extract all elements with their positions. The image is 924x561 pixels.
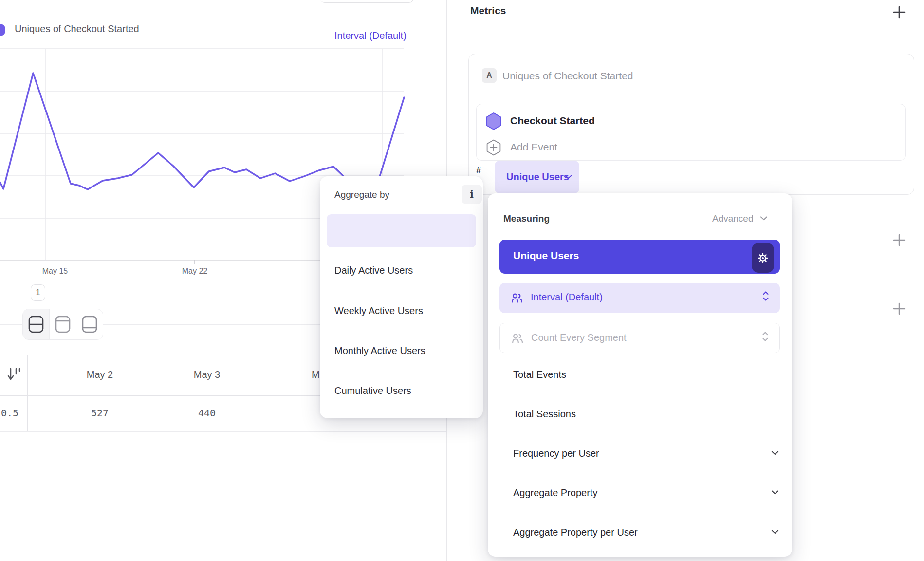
dropdown-row-label: Interval (Default) xyxy=(531,292,603,303)
advanced-label: Advanced xyxy=(712,213,754,224)
up-down-chevrons-icon xyxy=(762,290,769,302)
x-axis-label-may22: May 22 xyxy=(166,267,224,276)
table-row-border xyxy=(0,431,446,432)
measurement-chip-label: Unique Users xyxy=(506,171,569,183)
table-header-may2[interactable]: May 2 xyxy=(71,369,129,380)
event-hexagon-icon xyxy=(485,112,502,130)
settings-button[interactable] xyxy=(752,243,774,273)
people-icon xyxy=(510,293,524,303)
layout-split-button[interactable] xyxy=(23,309,50,339)
option-unique-users-selected[interactable]: Unique Users xyxy=(499,240,780,274)
event-name[interactable]: Checkout Started xyxy=(510,115,595,127)
selected-item-highlight xyxy=(327,214,476,247)
aggregate-by-menu: Aggregate by i Interval (Default) Daily … xyxy=(320,176,483,418)
gear-icon xyxy=(757,252,769,264)
layout-chart-bottom-button[interactable] xyxy=(76,309,103,339)
table-column-border xyxy=(27,355,28,431)
chevron-down-icon xyxy=(771,490,779,495)
split-rows-icon xyxy=(28,315,44,334)
chevron-down-icon xyxy=(771,451,779,455)
insights-report-screen: Uniques of Checkout Started May 15 May 2… xyxy=(0,0,924,561)
people-icon xyxy=(511,333,524,344)
menu-item-weekly-active-users[interactable]: Weekly Active Users xyxy=(334,305,423,317)
metric-name[interactable]: Uniques of Checkout Started xyxy=(502,70,633,82)
layout-chart-top-button[interactable] xyxy=(50,309,76,339)
dropdown-row-count-every-segment[interactable]: Count Every Segment xyxy=(499,323,780,353)
menu-item-interval-default[interactable]: Interval (Default) xyxy=(334,30,407,41)
bottom-row-icon xyxy=(81,315,98,334)
aggregate-by-header: Aggregate by xyxy=(334,189,389,200)
chevron-down-icon xyxy=(771,530,779,534)
table-row-label-fragment: 0.5 xyxy=(1,407,18,419)
option-unique-users-label: Unique Users xyxy=(513,250,579,262)
chevron-down-icon xyxy=(565,175,572,179)
chevron-down-icon xyxy=(760,216,768,221)
menu-item-daily-active-users[interactable]: Daily Active Users xyxy=(334,265,413,276)
add-event-hexagon-icon xyxy=(486,139,501,156)
menu-item-cumulative-users[interactable]: Cumulative Users xyxy=(334,385,411,396)
measuring-header: Measuring xyxy=(503,213,550,224)
table-cell-may2[interactable]: 527 xyxy=(71,407,129,419)
menu-item-monthly-active-users[interactable]: Monthly Active Users xyxy=(334,345,425,356)
add-event-button[interactable]: Add Event xyxy=(510,141,557,153)
axis-ticks xyxy=(55,260,195,264)
top-row-icon xyxy=(55,315,71,334)
measurement-chip[interactable]: Unique Users xyxy=(495,161,579,193)
sort-icon[interactable] xyxy=(7,366,21,383)
option-total-sessions[interactable]: Total Sessions xyxy=(513,409,576,420)
dropdown-row-label: Count Every Segment xyxy=(531,332,627,343)
numeric-type-symbol: # xyxy=(476,166,481,176)
table-header-may3[interactable]: May 3 xyxy=(178,369,236,380)
option-aggregate-property[interactable]: Aggregate Property xyxy=(513,487,597,499)
x-axis-label-may15: May 15 xyxy=(26,267,84,276)
metric-letter-badge: A xyxy=(482,68,497,83)
measuring-menu: Measuring Advanced Unique Users Interval… xyxy=(488,193,792,557)
metrics-panel-title: Metrics xyxy=(470,5,506,17)
info-icon[interactable]: i xyxy=(462,185,482,204)
add-metric-icon[interactable] xyxy=(892,5,906,19)
option-frequency-per-user[interactable]: Frequency per User xyxy=(513,448,599,459)
layout-toggle-group xyxy=(22,309,103,340)
up-down-chevrons-icon xyxy=(762,331,769,342)
option-total-events[interactable]: Total Events xyxy=(513,369,566,380)
dropdown-row-interval[interactable]: Interval (Default) xyxy=(499,283,780,313)
series-count-badge[interactable]: 1 xyxy=(31,284,45,301)
add-breakdown-icon[interactable] xyxy=(892,302,906,316)
table-cell-may3[interactable]: 440 xyxy=(178,407,236,419)
add-filter-icon[interactable] xyxy=(892,233,906,247)
option-aggregate-property-per-user[interactable]: Aggregate Property per User xyxy=(513,527,638,538)
advanced-toggle[interactable]: Advanced xyxy=(712,213,764,224)
